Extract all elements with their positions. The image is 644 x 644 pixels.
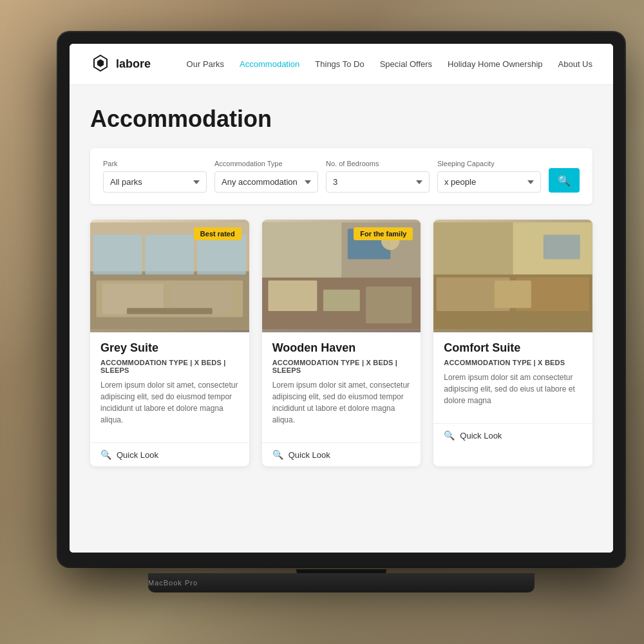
svg-rect-13 — [262, 222, 341, 277]
accommodation-filter-label: Accommodation Type — [214, 160, 318, 167]
svg-rect-18 — [366, 287, 412, 323]
nav-our-parks[interactable]: Our Parks — [187, 59, 225, 69]
logo[interactable]: labore — [90, 54, 151, 75]
cards-grid: Best rated Grey Suite Accommodation Type… — [90, 220, 592, 466]
park-filter-label: Park — [103, 160, 207, 167]
main-content: Accommodation Park All parks Accommodati… — [70, 85, 613, 553]
sleeping-filter-group: Sleeping Capacity x people — [437, 160, 541, 193]
svg-rect-17 — [323, 290, 360, 311]
bedrooms-filter-select[interactable]: 3 — [326, 171, 430, 193]
card-2-description: Lorem ipsum dolor sit amet, consectetur … — [272, 379, 411, 426]
sleeping-filter-label: Sleeping Capacity — [437, 160, 541, 167]
nav-accommodation[interactable]: Accommodation — [240, 59, 299, 69]
screen-bezel: labore Our Parks Accommodation Things To… — [58, 32, 625, 567]
website: labore Our Parks Accommodation Things To… — [70, 44, 613, 553]
card-2-image-wrapper: For the family — [262, 220, 421, 332]
card-1-body: Grey Suite Accommodation Type | x beds |… — [90, 332, 249, 442]
filter-bar: Park All parks Accommodation Type Any ac… — [90, 148, 592, 204]
search-icon: 🔍 — [558, 175, 571, 187]
svg-rect-27 — [544, 234, 580, 259]
card-2-footer[interactable]: 🔍 Quick Look — [262, 442, 421, 466]
nav-about-us[interactable]: About Us — [558, 59, 592, 69]
park-filter-select[interactable]: All parks — [103, 171, 207, 193]
card-1-image-wrapper: Best rated — [90, 220, 249, 332]
search-button[interactable]: 🔍 — [549, 168, 580, 193]
card-3-quick-look: Quick Look — [460, 431, 502, 440]
card-1-meta: Accommodation Type | x beds | Sleeps — [100, 359, 239, 374]
card-1-description: Lorem ipsum dolor sit amet, consectetur … — [100, 379, 239, 426]
card-wooden-haven: For the family Wooden Haven Accommodatio… — [262, 220, 421, 466]
svg-rect-7 — [127, 308, 213, 314]
card-1-badge: Best rated — [194, 227, 242, 240]
laptop-frame: labore Our Parks Accommodation Things To… — [58, 32, 625, 592]
nav-holiday-home-ownership[interactable]: Holiday Home Ownership — [448, 59, 542, 69]
accommodation-filter-select[interactable]: Any accommodation type — [214, 171, 318, 193]
screen-inner: labore Our Parks Accommodation Things To… — [70, 44, 613, 553]
card-3-search-icon: 🔍 — [444, 430, 455, 440]
svg-rect-9 — [145, 234, 194, 274]
park-filter-group: Park All parks — [103, 160, 207, 193]
bedrooms-filter-label: No. of Bedrooms — [326, 160, 430, 167]
card-3-body: Comfort Suite Accommodation Type | x bed… — [433, 332, 592, 423]
logo-text: labore — [116, 57, 151, 71]
nav-things-to-do[interactable]: Things To Do — [315, 59, 364, 69]
card-3-footer[interactable]: 🔍 Quick Look — [433, 423, 592, 447]
card-2-title: Wooden Haven — [272, 341, 411, 355]
page-title: Accommodation — [90, 106, 592, 133]
card-1-quick-look: Quick Look — [117, 450, 158, 460]
card-2-search-icon: 🔍 — [272, 450, 283, 460]
card-1-footer[interactable]: 🔍 Quick Look — [90, 442, 249, 466]
laptop-bottom: MacBook Pro — [148, 573, 535, 592]
card-3-image — [433, 220, 592, 332]
svg-rect-26 — [495, 281, 531, 308]
navigation: labore Our Parks Accommodation Things To… — [70, 44, 613, 85]
card-3-meta: Accommodation Type | x beds — [444, 359, 582, 366]
sleeping-filter-select[interactable]: x people — [437, 171, 541, 193]
card-comfort-suite: Comfort Suite Accommodation Type | x bed… — [433, 220, 592, 466]
bedrooms-filter-group: No. of Bedrooms 3 — [326, 160, 430, 193]
card-3-image-wrapper — [433, 220, 592, 332]
card-3-title: Comfort Suite — [444, 341, 582, 355]
card-2-meta: Accommodation Type | x beds | Sleeps — [272, 359, 411, 374]
svg-marker-1 — [97, 59, 104, 67]
card-1-search-icon: 🔍 — [100, 450, 111, 460]
accommodation-filter-group: Accommodation Type Any accommodation typ… — [214, 160, 318, 193]
card-3-description: Lorem ipsum dolor sit am consectetur adi… — [444, 372, 582, 406]
card-2-badge: For the family — [354, 227, 413, 240]
nav-special-offers[interactable]: Special Offers — [380, 59, 432, 69]
card-2-body: Wooden Haven Accommodation Type | x beds… — [262, 332, 421, 442]
card-grey-suite: Best rated Grey Suite Accommodation Type… — [90, 220, 249, 466]
svg-rect-10 — [197, 234, 246, 274]
card-1-title: Grey Suite — [100, 341, 239, 355]
card-3-svg — [433, 220, 592, 332]
laptop-model-label: MacBook Pro — [148, 579, 198, 587]
card-2-quick-look: Quick Look — [289, 450, 330, 460]
svg-rect-8 — [93, 234, 142, 274]
nav-links: Our Parks Accommodation Things To Do Spe… — [187, 59, 592, 69]
logo-icon — [90, 54, 111, 75]
svg-rect-23 — [433, 222, 513, 274]
svg-rect-16 — [268, 281, 317, 311]
